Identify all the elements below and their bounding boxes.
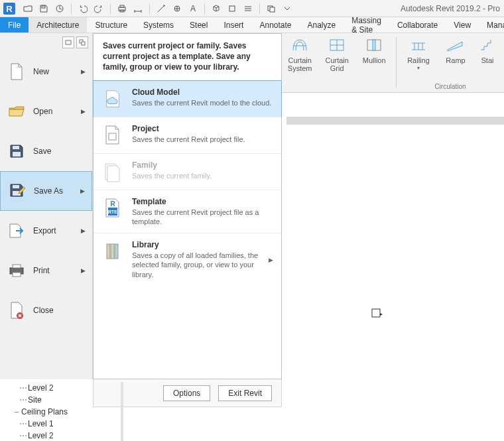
svg-rect-23 [13, 265, 21, 268]
tab-view[interactable]: View [446, 17, 479, 32]
family-file-icon [103, 160, 123, 183]
chevron-right-icon: ▶ [81, 108, 86, 115]
section-icon[interactable] [225, 2, 239, 15]
close-hidden-icon[interactable] [265, 2, 278, 15]
save-as-cloud-model[interactable]: Cloud Model Saves the current Revit mode… [93, 80, 282, 117]
family-title: Family [132, 160, 212, 170]
print-qat-icon[interactable] [115, 2, 129, 15]
chevron-right-icon: ▶ [269, 257, 273, 263]
dimension-icon[interactable] [155, 2, 168, 15]
tab-insert[interactable]: Insert [216, 17, 251, 32]
tab-collaborate[interactable]: Collaborate [389, 17, 446, 32]
svg-rect-32 [115, 244, 118, 259]
template-desc: Saves the current Revit project file as … [132, 208, 273, 227]
tab-massing-site[interactable]: Massing & Site [344, 17, 389, 32]
undo-icon[interactable] [76, 2, 90, 15]
ribbon-curtain-grid-label: Curtain Grid [322, 56, 352, 72]
svg-rect-17 [82, 42, 85, 45]
library-title: Library [132, 240, 259, 249]
tab-steel[interactable]: Steel [182, 17, 216, 32]
open-icon[interactable] [21, 2, 34, 15]
tab-analyze[interactable]: Analyze [300, 17, 344, 32]
exit-revit-button[interactable]: Exit Revit [218, 385, 272, 401]
ribbon-stair[interactable]: Stai [477, 36, 497, 70]
recent-docs-icon[interactable] [62, 36, 74, 48]
mullion-icon [364, 36, 384, 54]
svg-rect-30 [107, 244, 110, 259]
railing-icon [409, 36, 428, 54]
ribbon-group-circulation: Railing ▾ Ramp Stai Circulation [397, 33, 504, 92]
open-docs-icon[interactable] [76, 36, 88, 48]
ribbon-stair-label: Stai [481, 56, 494, 64]
tab-annotate[interactable]: Annotate [251, 17, 299, 32]
thin-lines-icon[interactable] [241, 2, 255, 15]
menu-close-label: Close [33, 306, 54, 315]
ribbon-ramp[interactable]: Ramp [440, 36, 471, 70]
svg-rect-19 [13, 152, 21, 157]
project-desc: Saves the current Revit project file. [132, 135, 245, 144]
curtain-grid-icon [327, 36, 347, 54]
print-icon [8, 262, 25, 279]
template-file-icon: RTER [103, 197, 123, 220]
ribbon-curtain-system[interactable]: Curtain System [284, 36, 315, 72]
menu-open[interactable]: Open ▶ [0, 92, 92, 131]
cloud-model-desc: Saves the current Revit model to the clo… [132, 98, 271, 107]
menu-print[interactable]: Print ▶ [0, 251, 92, 290]
ramp-icon [446, 36, 466, 54]
app-title: Autodesk Revit 2019.2 - Pro [401, 4, 500, 13]
tag-icon[interactable] [170, 2, 184, 15]
svg-text:RTE: RTE [108, 210, 117, 214]
menu-save-as-label: Save As [34, 186, 63, 196]
svg-text:A: A [190, 4, 196, 13]
browser-node: –Ceiling Plans [4, 406, 68, 418]
svg-text:R: R [6, 4, 13, 14]
switch-windows-icon[interactable] [281, 2, 294, 15]
menu-save-as[interactable]: Save As ▶ [0, 171, 92, 211]
browser-node: ⋯Site [4, 394, 68, 406]
3d-icon[interactable] [210, 2, 223, 15]
save-icon[interactable] [37, 2, 50, 15]
measure-icon[interactable] [131, 2, 145, 15]
drawing-canvas[interactable] [286, 125, 504, 441]
svg-rect-33 [372, 309, 380, 317]
new-file-icon [8, 63, 25, 80]
chevron-right-icon: ▶ [81, 227, 86, 234]
sync-icon[interactable] [53, 2, 66, 15]
project-title: Project [132, 124, 245, 133]
drawing-cursor-icon [371, 308, 383, 322]
ribbon-railing[interactable]: Railing ▾ [403, 36, 434, 70]
ribbon-tabstrip: File Architecture Structure Systems Stee… [0, 17, 504, 33]
ribbon-curtain-grid[interactable]: Curtain Grid [322, 36, 352, 72]
svg-rect-18 [13, 146, 19, 149]
tab-systems[interactable]: Systems [135, 17, 182, 32]
save-as-template[interactable]: RTER Template Saves the current Revit pr… [94, 190, 281, 233]
panel-divider[interactable] [121, 382, 123, 441]
open-folder-icon [8, 103, 25, 120]
text-icon[interactable]: A [186, 2, 200, 15]
quick-access-toolbar: A [21, 2, 294, 15]
project-browser[interactable]: ⋯Level 2 ⋯Site –Ceiling Plans ⋯Level 1 ⋯… [4, 382, 68, 441]
application-menu: New ▶ Open ▶ Save Save As ▶ Export ▶ Pri… [0, 33, 286, 379]
stair-icon [477, 36, 497, 54]
ribbon-mullion[interactable]: Mullion [359, 36, 389, 72]
menu-new[interactable]: New ▶ [0, 52, 92, 92]
options-button[interactable]: Options [163, 385, 210, 401]
library-desc: Saves a copy of all loaded families, the… [132, 251, 259, 279]
chevron-right-icon: ▶ [80, 188, 85, 194]
save-as-family: Family Saves the current family. [94, 153, 281, 190]
tab-manage[interactable]: Mana [479, 17, 504, 32]
tab-file[interactable]: File [0, 17, 29, 32]
menu-close[interactable]: Close [0, 290, 92, 330]
svg-rect-9 [229, 6, 235, 11]
tab-structure[interactable]: Structure [87, 17, 135, 32]
save-as-project[interactable]: Project Saves the current Revit project … [94, 117, 281, 153]
svg-rect-5 [120, 5, 124, 7]
redo-icon[interactable] [92, 2, 105, 15]
tab-architecture[interactable]: Architecture [29, 17, 87, 32]
browser-node: ⋯Level 2 [4, 382, 68, 394]
export-icon [8, 222, 25, 239]
menu-export[interactable]: Export ▶ [0, 211, 92, 251]
save-as-library[interactable]: Library Saves a copy of all loaded famil… [94, 233, 281, 286]
save-floppy-icon [8, 143, 25, 160]
menu-save[interactable]: Save [0, 131, 92, 171]
